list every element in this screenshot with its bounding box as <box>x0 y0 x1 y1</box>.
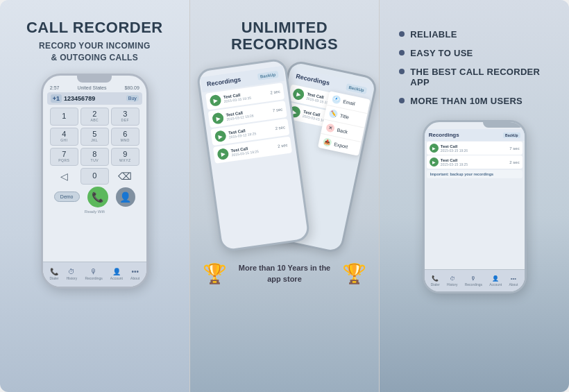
feature-users-text: MORE THAN 10M USERS <box>410 96 523 106</box>
bullet-reliable <box>399 31 405 37</box>
dialer-time: 2:57 <box>50 85 60 90</box>
key-star[interactable]: ◁ <box>50 168 78 185</box>
laurel-right-icon: 🏆 <box>342 262 366 285</box>
tab-dialer-3[interactable]: 📞 Dialer <box>431 275 440 287</box>
bullet-easy <box>399 50 405 56</box>
dialer-status-bar: 2:57 United States $80.09 <box>47 85 142 90</box>
phone-mockup-3: Recordings BackUp ▶ Test Call 2015-03-15… <box>423 120 527 293</box>
play-button-4[interactable]: ▶ <box>216 148 229 160</box>
about-label: About <box>130 276 139 280</box>
recordings-mockup-container: Recordings BackUp 📧 Email ✏️ Title <box>215 60 354 254</box>
play-button-2[interactable]: ▶ <box>212 112 224 125</box>
country-code: +1 <box>51 94 62 103</box>
key-3[interactable]: 3 DEF <box>111 108 139 126</box>
recordings-header-3: Recordings BackUp <box>425 129 525 141</box>
main-container: CALL RECORDER RECORD YOUR INCOMING& OUTG… <box>0 0 569 392</box>
play-btn-3-1[interactable]: ▶ <box>430 144 439 153</box>
laurel-container: 🏆 More than 10 Years in the app store 🏆 <box>203 262 367 285</box>
play-button-1[interactable]: ▶ <box>209 94 221 107</box>
phone-notch <box>77 76 112 83</box>
key-6[interactable]: 6 MNO <box>111 128 139 146</box>
recordings-icon: 🎙 <box>90 268 97 275</box>
key-0[interactable]: 0 <box>80 168 109 185</box>
key-5[interactable]: 5 JKL <box>80 128 109 146</box>
recordings-label-3: Recordings <box>465 282 482 287</box>
feature-best-text: THE BEST CALL RECORDER APP <box>410 67 557 87</box>
play-button-back-1[interactable]: ▶ <box>292 88 305 101</box>
phone-mockup-dialer: 2:57 United States $80.09 +1 123456789 B… <box>41 74 148 289</box>
call-button[interactable]: 📞 <box>87 187 108 207</box>
history-label-3: History <box>447 282 458 287</box>
export-icon: 📤 <box>323 137 332 147</box>
tab-dialer[interactable]: 📞 Dialer <box>49 268 58 280</box>
person-icon: 👤 <box>119 191 131 203</box>
recordings-screen-3: Recordings BackUp ▶ Test Call 2015-03-15… <box>425 128 525 178</box>
key-1[interactable]: 1 <box>50 108 78 126</box>
contacts-button[interactable]: 👤 <box>116 187 135 207</box>
ready-status: Ready Wifi <box>47 210 142 214</box>
dialer-screen: 2:57 United States $80.09 +1 123456789 B… <box>43 76 146 287</box>
buy-button[interactable]: Buy <box>126 95 139 101</box>
dialer-number-row[interactable]: +1 123456789 Buy <box>47 92 142 105</box>
dialer-label-3: Dialer <box>431 282 440 287</box>
dialer-icon-3: 📞 <box>432 275 439 282</box>
tab-about[interactable]: ••• About <box>130 268 139 280</box>
dialer-icon: 📞 <box>50 268 58 275</box>
feature-easy-text: EASY TO USE <box>410 48 473 58</box>
dialer-keypad: 1 2 ABC 3 DEF 4 GHI 5 <box>50 108 139 166</box>
dialer-balance: $80.09 <box>124 85 139 90</box>
key-2[interactable]: 2 ABC <box>80 108 109 126</box>
key-backspace[interactable]: ⌫ <box>111 168 139 185</box>
phone-number: 123456789 <box>64 95 124 102</box>
dialer-action-row: Demo 📞 👤 <box>50 187 139 207</box>
more-icon: ••• <box>131 268 139 275</box>
feature-easy: EASY TO USE <box>399 48 557 58</box>
panel-call-recorder: CALL RECORDER RECORD YOUR INCOMING& OUTG… <box>0 0 189 392</box>
tab-recordings[interactable]: 🎙 Recordings <box>85 268 102 280</box>
panel-features: RELIABLE EASY TO USE THE BEST CALL RECOR… <box>380 0 569 392</box>
account-icon: 👤 <box>112 268 121 275</box>
email-icon: 📧 <box>332 95 341 105</box>
demo-button[interactable]: Demo <box>54 191 80 202</box>
phone-icon: 📞 <box>92 191 103 203</box>
history-icon-3: ⏱ <box>450 275 455 282</box>
phone-notch-3 <box>483 122 525 128</box>
tab-history[interactable]: ⏱ History <box>67 268 78 280</box>
tab-about-3[interactable]: ••• About <box>509 275 518 287</box>
phone-bottom-bar: 📞 Dialer ⏱ History 🎙 Recordings 👤 Accoun… <box>43 262 146 287</box>
rec-item-3-2: ▶ Test Call 2015-03-15 19:25 2 sec <box>427 155 523 169</box>
panel1-subtitle: RECORD YOUR INCOMING& OUTGOING CALLS <box>39 40 150 64</box>
about-label-3: About <box>509 282 518 287</box>
tab-history-3[interactable]: ⏱ History <box>447 275 458 287</box>
tab-account-3[interactable]: 👤 Account <box>489 275 502 287</box>
feature-reliable-text: RELIABLE <box>410 29 457 40</box>
laurel-text: More than 10 Years in the app store <box>232 263 337 284</box>
key-8[interactable]: 8 TUV <box>80 148 109 166</box>
tab-account[interactable]: 👤 Account <box>110 268 123 280</box>
dialer-location: United States <box>77 85 106 90</box>
laurel-left-icon: 🏆 <box>203 262 227 285</box>
key-9[interactable]: 9 WXYZ <box>111 148 139 166</box>
key-4[interactable]: 4 GHI <box>50 128 78 146</box>
history-label: History <box>67 276 78 280</box>
feature-users: MORE THAN 10M USERS <box>399 96 557 106</box>
more-icon-3: ••• <box>511 275 516 282</box>
recordings-label: Recordings <box>85 276 102 280</box>
account-label-3: Account <box>489 282 502 287</box>
title-icon: ✏️ <box>328 109 338 119</box>
key-7[interactable]: 7 PQRS <box>50 148 78 166</box>
panel1-title: CALL RECORDER <box>26 19 163 36</box>
feature-best: THE BEST CALL RECORDER APP <box>399 67 557 87</box>
panel-recordings: UNLIMITEDRECORDINGS Recordings BackUp 📧 … <box>189 0 380 392</box>
bullet-best <box>399 69 405 74</box>
delete-icon: ✕ <box>325 123 335 133</box>
history-icon: ⏱ <box>68 268 75 275</box>
dialer-bottom-row: ◁ 0 ⌫ <box>50 168 139 185</box>
rec-item-3-1: ▶ Test Call 2015-03-15 19:26 7 sec <box>427 142 523 155</box>
account-label: Account <box>110 276 123 280</box>
recordings-icon-3: 🎙 <box>470 275 476 282</box>
play-button-3[interactable]: ▶ <box>214 130 227 143</box>
play-btn-3-2[interactable]: ▶ <box>430 157 439 167</box>
tab-recordings-3[interactable]: 🎙 Recordings <box>465 275 482 287</box>
features-list: RELIABLE EASY TO USE THE BEST CALL RECOR… <box>392 29 557 114</box>
